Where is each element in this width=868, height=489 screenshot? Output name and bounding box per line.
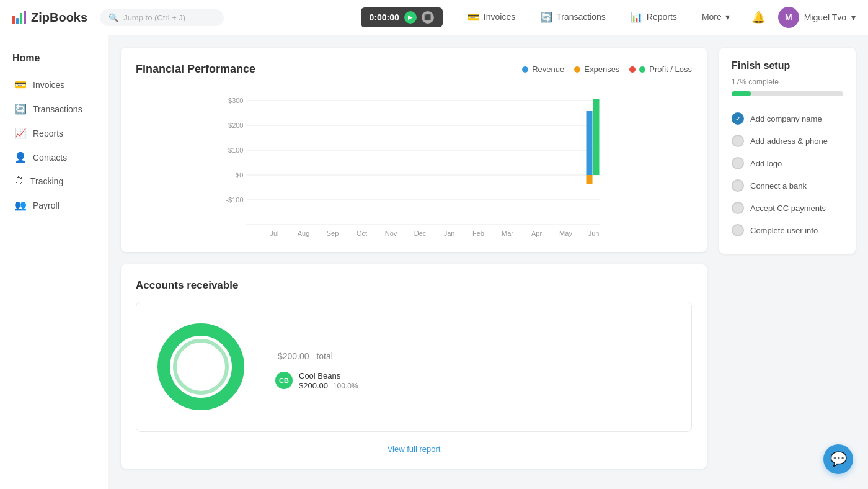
- header-right: 🔔 M Miguel Tvo ▾: [748, 7, 856, 28]
- progress-bar-bg: [732, 91, 843, 96]
- svg-text:Jan: Jan: [444, 230, 455, 237]
- sidebar-contacts-label: Contacts: [33, 153, 67, 163]
- invoices-icon: 💳: [467, 11, 480, 23]
- check-userinfo: [732, 224, 744, 236]
- client-initials: CB: [279, 377, 289, 384]
- client-avatar: CB: [275, 372, 293, 389]
- profit-red-dot: [629, 66, 636, 73]
- svg-text:Jul: Jul: [270, 230, 278, 237]
- nav-item-reports[interactable]: 📊 Reports: [618, 0, 689, 35]
- logo-icon: [12, 11, 26, 24]
- setup-cc-label: Accept CC payments: [750, 204, 826, 213]
- notifications-button[interactable]: 🔔: [748, 7, 768, 27]
- svg-text:Jun: Jun: [588, 230, 600, 237]
- contacts-sidebar-icon: 👤: [14, 151, 27, 163]
- progress-bar-fill: [732, 91, 751, 96]
- setup-company-label: Add company name: [750, 114, 822, 123]
- legend-expenses: Expenses: [574, 65, 619, 74]
- nav-item-more[interactable]: More ▾: [689, 0, 742, 35]
- revenue-dot: [522, 66, 528, 73]
- sidebar-home: Home: [0, 48, 108, 73]
- more-chevron-icon: ▾: [725, 12, 730, 22]
- fp-title: Financial Performance: [136, 63, 255, 76]
- sidebar-item-tracking[interactable]: ⏱ Tracking: [0, 169, 108, 193]
- setup-address-label: Add address & phone: [750, 137, 828, 146]
- nav-item-transactions[interactable]: 🔄 Transactions: [528, 0, 618, 35]
- main-content: Financial Performance Revenue Expenses: [121, 48, 707, 477]
- fp-legend: Revenue Expenses Profit / Loss: [522, 65, 692, 74]
- timer-widget: 0:00:00 ▶ ⬛: [361, 7, 443, 27]
- logo-text: ZipBooks: [31, 11, 87, 25]
- svg-text:$100: $100: [228, 146, 243, 154]
- svg-text:Apr: Apr: [531, 230, 542, 237]
- setup-item-cc[interactable]: Accept CC payments: [732, 197, 843, 219]
- search-icon: 🔍: [108, 13, 118, 22]
- profit-green-dot: [639, 66, 645, 73]
- timer-display: 0:00:00: [370, 12, 399, 22]
- sidebar-item-payroll[interactable]: 👥 Payroll: [0, 193, 108, 217]
- sidebar-item-invoices[interactable]: 💳 Invoices: [0, 73, 108, 97]
- svg-point-24: [179, 345, 223, 388]
- main-layout: Home 💳 Invoices 🔄 Transactions 📈 Reports…: [0, 35, 868, 489]
- user-avatar: M: [778, 7, 799, 28]
- total-label: total: [316, 351, 332, 361]
- legend-revenue-label: Revenue: [532, 65, 564, 74]
- sidebar-item-reports[interactable]: 📈 Reports: [0, 121, 108, 145]
- svg-text:Mar: Mar: [502, 230, 513, 237]
- search-placeholder: Jump to (Ctrl + J): [123, 13, 185, 22]
- sidebar-payroll-label: Payroll: [33, 200, 60, 210]
- check-address: [732, 135, 744, 147]
- setup-item-address[interactable]: Add address & phone: [732, 130, 843, 152]
- sidebar-item-contacts[interactable]: 👤 Contacts: [0, 145, 108, 169]
- total-amount: $200.00: [278, 351, 309, 361]
- client-details: Cool Beans $200.00 100.0%: [299, 371, 358, 390]
- transactions-icon: 🔄: [540, 11, 552, 23]
- accounts-item: CB Cool Beans $200.00 100.0%: [275, 371, 358, 390]
- chat-button[interactable]: 💬: [823, 444, 853, 474]
- view-report-link[interactable]: View full report: [136, 444, 692, 454]
- client-name: Cool Beans: [299, 371, 358, 380]
- svg-text:$300: $300: [228, 97, 243, 104]
- check-logo: [732, 157, 744, 169]
- sidebar-item-transactions[interactable]: 🔄 Transactions: [0, 97, 108, 121]
- svg-text:$0: $0: [236, 171, 243, 179]
- reports-sidebar-icon: 📈: [14, 127, 27, 139]
- nav-item-invoices[interactable]: 💳 Invoices: [455, 0, 528, 35]
- accounts-info: $200.00 total CB Cool Beans $200.00: [275, 344, 358, 390]
- client-pct: 100.0%: [333, 382, 358, 390]
- setup-userinfo-label: Complete user info: [750, 226, 818, 235]
- setup-card: Finish setup 17% complete ✓ Add company …: [719, 48, 856, 254]
- svg-text:Feb: Feb: [472, 230, 484, 237]
- sidebar-tracking-label: Tracking: [30, 176, 63, 186]
- svg-text:$200: $200: [228, 122, 243, 129]
- right-panel: Finish setup 17% complete ✓ Add company …: [719, 48, 856, 477]
- header: ZipBooks 🔍 Jump to (Ctrl + J) 0:00:00 ▶ …: [0, 0, 868, 35]
- user-menu-button[interactable]: M Miguel Tvo ▾: [778, 7, 856, 28]
- content: Financial Performance Revenue Expenses: [108, 35, 868, 489]
- setup-item-userinfo[interactable]: Complete user info: [732, 219, 843, 241]
- search-box[interactable]: 🔍 Jump to (Ctrl + J): [100, 9, 224, 26]
- user-initial: M: [785, 12, 792, 22]
- svg-text:Aug: Aug: [298, 230, 310, 237]
- nav-reports-label: Reports: [647, 12, 677, 22]
- setup-item-company[interactable]: ✓ Add company name: [732, 107, 843, 130]
- setup-item-bank[interactable]: Connect a bank: [732, 174, 843, 197]
- payroll-sidebar-icon: 👥: [14, 199, 27, 211]
- check-cc: [732, 202, 744, 214]
- sidebar-transactions-label: Transactions: [33, 104, 82, 114]
- timer-stop-button[interactable]: ⬛: [422, 11, 434, 24]
- legend-revenue: Revenue: [522, 65, 564, 74]
- invoices-sidebar-icon: 💳: [14, 79, 27, 91]
- client-amount-row: $200.00 100.0%: [299, 380, 358, 390]
- logo[interactable]: ZipBooks: [12, 11, 87, 25]
- setup-item-logo[interactable]: Add logo: [732, 152, 843, 174]
- legend-profit-label: Profit / Loss: [649, 65, 692, 74]
- bar-jun-revenue: [587, 111, 593, 175]
- timer-play-button[interactable]: ▶: [404, 11, 417, 24]
- setup-title: Finish setup: [732, 60, 843, 71]
- nav-invoices-label: Invoices: [484, 12, 515, 22]
- tracking-sidebar-icon: ⏱: [14, 176, 24, 187]
- setup-logo-label: Add logo: [750, 159, 782, 168]
- header-nav: 💳 Invoices 🔄 Transactions 📊 Reports More…: [455, 0, 742, 35]
- legend-expenses-label: Expenses: [584, 65, 619, 74]
